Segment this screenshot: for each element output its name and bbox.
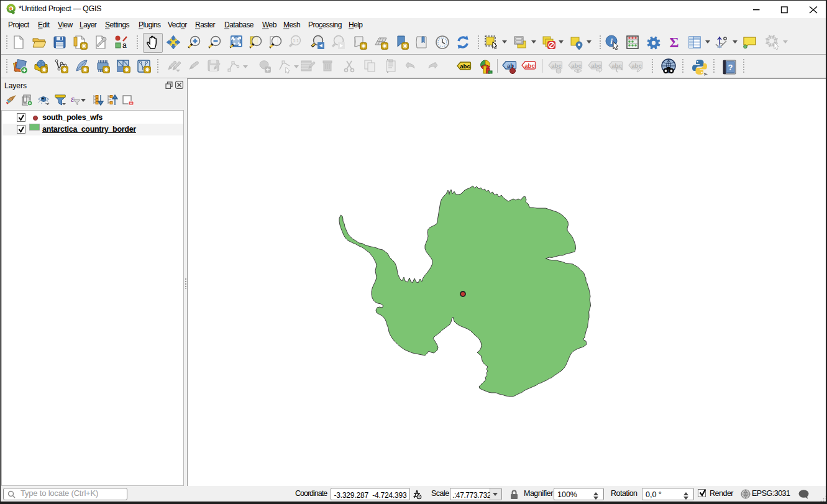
svg-text:abc: abc [571,62,581,69]
svg-text:?: ? [728,63,733,72]
svg-text:1:1: 1:1 [293,39,299,43]
svg-text:Σ: Σ [669,35,679,50]
svg-text:ε: ε [71,94,75,104]
svg-text:i: i [610,37,613,46]
svg-text:a: a [122,41,127,50]
svg-text:abc: abc [551,62,561,69]
svg-text:abc: abc [524,62,534,69]
svg-text:abc: abc [460,63,470,70]
